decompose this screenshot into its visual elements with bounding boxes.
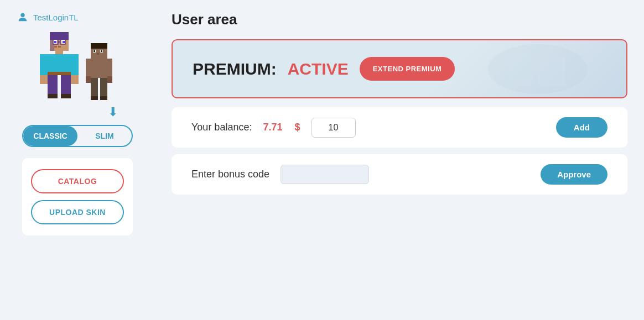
catalog-button[interactable]: CATALOG [31, 169, 124, 193]
svg-rect-25 [91, 43, 107, 49]
premium-bg-decoration [482, 40, 593, 97]
username: TestLoginTL [33, 13, 79, 22]
svg-rect-31 [91, 59, 107, 78]
add-balance-button[interactable]: Add [556, 117, 607, 138]
svg-rect-23 [61, 94, 71, 98]
svg-rect-6 [54, 41, 56, 43]
svg-rect-38 [91, 96, 98, 100]
svg-rect-30 [97, 53, 99, 55]
premium-label: PREMIUM: [193, 60, 277, 78]
premium-status: ACTIVE [288, 60, 349, 78]
balance-currency: $ [294, 122, 300, 133]
svg-rect-17 [40, 75, 48, 84]
svg-rect-33 [86, 76, 91, 83]
slim-skin-svg [85, 43, 116, 115]
upload-skin-button[interactable]: UPLOAD SKIN [31, 200, 124, 224]
sidebar: TestLoginTL [0, 0, 155, 320]
svg-rect-12 [58, 46, 61, 48]
svg-rect-29 [101, 50, 102, 52]
svg-rect-18 [71, 54, 79, 75]
svg-rect-32 [86, 59, 91, 76]
classic-skin-figure [40, 32, 79, 115]
balance-input[interactable] [311, 118, 356, 138]
main-content: User area PREMIUM: ACTIVE EXTEND PREMIUM… [155, 0, 644, 320]
approve-button[interactable]: Approve [541, 164, 607, 185]
skin-preview-container: ⬇ [11, 32, 144, 115]
svg-rect-10 [58, 41, 60, 43]
svg-rect-13 [55, 51, 63, 54]
premium-card: PREMIUM: ACTIVE EXTEND PREMIUM [172, 39, 627, 98]
sidebar-buttons-container: CATALOG UPLOAD SKIN [22, 158, 133, 235]
svg-rect-7 [63, 41, 65, 43]
svg-rect-19 [71, 75, 79, 84]
page-title: User area [172, 11, 627, 28]
skin-type-toggle[interactable]: CLASSIC SLIM [22, 125, 133, 147]
slim-toggle-option[interactable]: SLIM [77, 126, 132, 146]
svg-rect-34 [107, 59, 112, 76]
svg-rect-22 [48, 94, 58, 98]
balance-amount: 7.71 [263, 122, 282, 133]
svg-rect-28 [94, 50, 95, 52]
svg-rect-42 [538, 58, 565, 86]
svg-rect-15 [48, 72, 71, 75]
balance-card: Your balance: 7.71 $ Add [172, 107, 627, 148]
slim-skin-figure: ⬇ [85, 43, 116, 115]
download-icon[interactable]: ⬇ [108, 105, 118, 119]
bonus-card: Enter bonus code Approve [172, 154, 627, 195]
svg-point-0 [20, 13, 24, 17]
classic-skin-svg [40, 32, 79, 115]
balance-label: Your balance: [191, 122, 252, 133]
svg-rect-16 [40, 54, 48, 75]
svg-rect-11 [54, 46, 57, 48]
svg-rect-41 [510, 53, 532, 86]
classic-toggle-option[interactable]: CLASSIC [23, 126, 77, 146]
bonus-code-input[interactable] [281, 165, 369, 184]
bonus-label: Enter bonus code [191, 169, 269, 180]
user-info: TestLoginTL [17, 11, 79, 23]
extend-premium-button[interactable]: EXTEND PREMIUM [360, 57, 455, 81]
user-icon [17, 11, 29, 23]
svg-rect-35 [107, 76, 112, 83]
svg-rect-39 [100, 96, 107, 100]
